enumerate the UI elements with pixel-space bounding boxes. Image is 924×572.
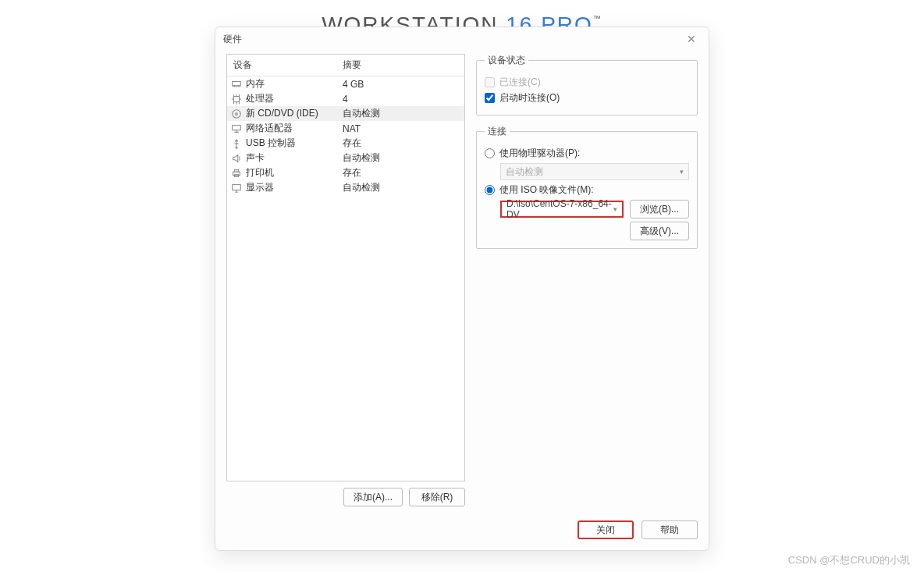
dialog-body: 设备 摘要 内存4 GB处理器4新 CD/DVD (IDE)自动检测网络适配器N… bbox=[215, 51, 709, 513]
iso-path-value: D:\iso\CentOS-7-x86_64-DV bbox=[506, 198, 613, 220]
connection-group: 连接 使用物理驱动器(P): 自动检测 ▾ 使用 ISO 映像文件(M): bbox=[476, 125, 698, 249]
tm-symbol: ™ bbox=[593, 14, 602, 23]
sound-icon bbox=[230, 153, 243, 164]
device-row[interactable]: 处理器4 bbox=[227, 91, 464, 106]
use-iso-option[interactable]: 使用 ISO 映像文件(M): bbox=[485, 183, 689, 197]
watermark: CSDN @不想CRUD的小凯 bbox=[788, 553, 910, 567]
device-list-header: 设备 摘要 bbox=[227, 55, 464, 76]
iso-path-select[interactable]: D:\iso\CentOS-7-x86_64-DV ▾ bbox=[500, 201, 624, 218]
close-icon[interactable]: ✕ bbox=[682, 33, 701, 45]
device-row[interactable]: 打印机存在 bbox=[227, 165, 464, 180]
left-panel: 设备 摘要 内存4 GB处理器4新 CD/DVD (IDE)自动检测网络适配器N… bbox=[226, 54, 465, 506]
device-summary: 存在 bbox=[339, 137, 461, 150]
device-name: USB 控制器 bbox=[246, 137, 296, 150]
cpu-icon bbox=[230, 94, 243, 105]
svg-rect-9 bbox=[233, 184, 241, 190]
svg-point-2 bbox=[233, 109, 241, 118]
device-status-group: 设备状态 已连接(C) 启动时连接(O) bbox=[476, 54, 698, 115]
svg-rect-1 bbox=[234, 96, 240, 101]
device-name: 网络适配器 bbox=[246, 122, 293, 135]
use-physical-radio[interactable] bbox=[485, 148, 495, 158]
chevron-down-icon: ▾ bbox=[613, 205, 617, 213]
device-status-legend: 设备状态 bbox=[485, 54, 528, 67]
add-button[interactable]: 添加(A)... bbox=[343, 488, 403, 506]
device-summary: NAT bbox=[339, 123, 461, 134]
printer-icon bbox=[230, 168, 243, 179]
device-summary: 存在 bbox=[339, 166, 461, 179]
iso-sub: D:\iso\CentOS-7-x86_64-DV ▾ 浏览(B)... bbox=[500, 200, 689, 218]
device-summary: 4 GB bbox=[339, 79, 461, 90]
connected-option: 已连接(C) bbox=[485, 76, 689, 89]
connect-on-power-option[interactable]: 启动时连接(O) bbox=[485, 91, 689, 105]
browse-button[interactable]: 浏览(B)... bbox=[630, 200, 689, 218]
usb-icon bbox=[230, 138, 243, 149]
svg-rect-4 bbox=[233, 125, 241, 130]
device-summary: 自动检测 bbox=[339, 107, 461, 120]
connect-on-power-checkbox[interactable] bbox=[485, 93, 495, 103]
connected-label: 已连接(C) bbox=[499, 76, 541, 89]
device-row[interactable]: USB 控制器存在 bbox=[227, 136, 464, 151]
connect-on-power-label: 启动时连接(O) bbox=[499, 91, 560, 105]
right-panel: 设备状态 已连接(C) 启动时连接(O) 连接 使用物理驱动器(P): bbox=[476, 54, 698, 506]
device-row[interactable]: 新 CD/DVD (IDE)自动检测 bbox=[227, 106, 464, 121]
physical-drive-select: 自动检测 ▾ bbox=[500, 163, 689, 180]
device-name: 新 CD/DVD (IDE) bbox=[246, 107, 318, 120]
device-row[interactable]: 网络适配器NAT bbox=[227, 121, 464, 136]
use-physical-label: 使用物理驱动器(P): bbox=[499, 147, 580, 160]
memory-icon bbox=[230, 79, 243, 90]
device-summary: 自动检测 bbox=[339, 181, 461, 194]
use-physical-option[interactable]: 使用物理驱动器(P): bbox=[485, 147, 689, 160]
left-buttons: 添加(A)... 移除(R) bbox=[226, 488, 465, 506]
device-summary: 自动检测 bbox=[339, 151, 461, 165]
display-icon bbox=[230, 183, 243, 194]
device-summary: 4 bbox=[339, 94, 461, 105]
device-name: 处理器 bbox=[246, 92, 274, 105]
use-iso-label: 使用 ISO 映像文件(M): bbox=[499, 183, 594, 197]
network-icon bbox=[230, 123, 243, 134]
svg-point-3 bbox=[236, 112, 238, 115]
connection-legend: 连接 bbox=[485, 125, 510, 138]
help-button[interactable]: 帮助 bbox=[641, 520, 698, 539]
advanced-button[interactable]: 高级(V)... bbox=[630, 222, 689, 240]
device-name: 显示器 bbox=[246, 181, 274, 194]
dialog-titlebar: 硬件 ✕ bbox=[215, 27, 709, 51]
device-list: 设备 摘要 内存4 GB处理器4新 CD/DVD (IDE)自动检测网络适配器N… bbox=[226, 54, 465, 481]
device-name: 打印机 bbox=[246, 166, 274, 179]
physical-sub: 自动检测 ▾ bbox=[500, 163, 689, 180]
hardware-dialog: 硬件 ✕ 设备 摘要 内存4 GB处理器4新 CD/DVD (IDE)自动检测网… bbox=[215, 27, 709, 551]
device-name: 声卡 bbox=[246, 151, 265, 165]
disc-icon bbox=[230, 108, 243, 119]
device-list-rows: 内存4 GB处理器4新 CD/DVD (IDE)自动检测网络适配器NATUSB … bbox=[227, 76, 464, 481]
device-row[interactable]: 声卡自动检测 bbox=[227, 151, 464, 165]
advanced-row: 高级(V)... bbox=[485, 222, 689, 240]
dialog-footer: 关闭 帮助 bbox=[215, 513, 709, 550]
device-name: 内存 bbox=[246, 77, 265, 91]
dialog-title: 硬件 bbox=[223, 33, 682, 46]
header-device: 设备 bbox=[227, 55, 336, 76]
svg-rect-0 bbox=[233, 81, 241, 85]
svg-rect-7 bbox=[234, 169, 238, 172]
physical-drive-value: 自动检测 bbox=[506, 165, 543, 179]
close-button[interactable]: 关闭 bbox=[578, 520, 634, 539]
connected-checkbox bbox=[485, 77, 495, 87]
use-iso-radio[interactable] bbox=[485, 185, 495, 195]
device-row[interactable]: 显示器自动检测 bbox=[227, 180, 464, 195]
header-summary: 摘要 bbox=[336, 55, 464, 76]
chevron-down-icon: ▾ bbox=[680, 168, 684, 176]
remove-button[interactable]: 移除(R) bbox=[409, 488, 465, 506]
device-row[interactable]: 内存4 GB bbox=[227, 76, 464, 91]
